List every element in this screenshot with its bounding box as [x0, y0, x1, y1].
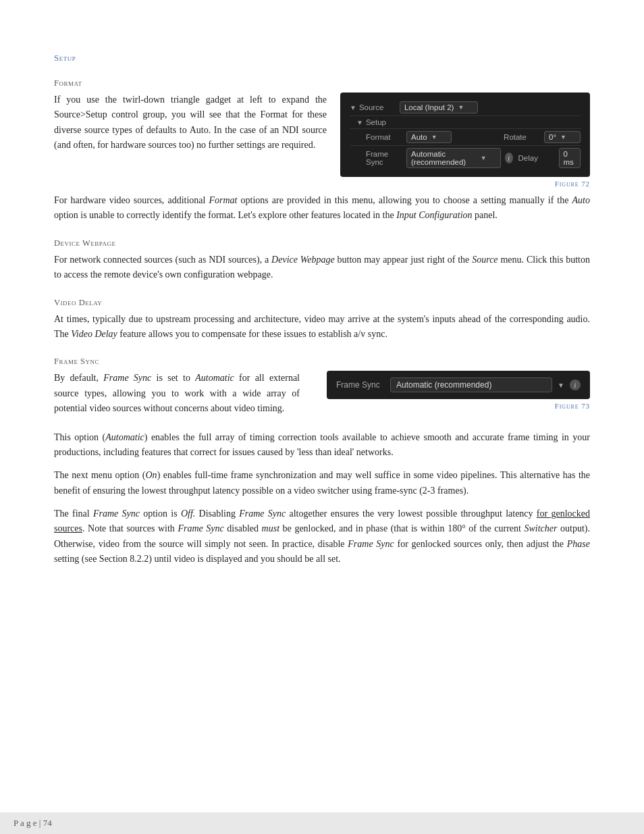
- fs-p4-prefix: The final: [54, 509, 93, 519]
- fs-p4-italic5: must: [262, 523, 279, 533]
- fig72-framesync-value: Automatic (recommended): [411, 150, 477, 166]
- fig72-source-label: Source: [359, 103, 400, 111]
- format-text-col: If you use the twirl-down triangle gadge…: [54, 93, 327, 161]
- fig72-format-row: Format Auto ▼ Rotate 0° ▼: [350, 129, 581, 146]
- fig73-framesync-value: Automatic (recommended): [396, 380, 491, 390]
- fig72-setup-label: Setup: [366, 118, 406, 126]
- fig72-rotate-select[interactable]: 0° ▼: [544, 131, 581, 143]
- page-footer: P a g e | 74: [0, 812, 644, 834]
- fs-p4-italic1: Frame Sync: [93, 509, 140, 519]
- fs-p4-middle6: be genlocked, and in phase (that is with…: [279, 523, 524, 533]
- format-p1: If you use the twirl-down triangle gadge…: [54, 93, 327, 153]
- fig72-framesync-row: Frame Sync Automatic (recommended) ▼ i D…: [350, 146, 581, 170]
- fig73-framesync-select[interactable]: Automatic (recommended): [390, 377, 552, 392]
- source-italic: Source: [472, 255, 498, 265]
- dw-italic: Device Webpage: [271, 255, 335, 265]
- format-p2-end: panel.: [473, 210, 498, 220]
- fig72-framesync-select[interactable]: Automatic (recommended) ▼: [406, 148, 501, 168]
- fs-p2-prefix: This option (: [54, 432, 105, 442]
- device-webpage-p1: For network connected sources (such as N…: [54, 253, 590, 283]
- input-config-italic: Input Configuration: [396, 210, 472, 220]
- fs-p4-middle8: for genlocked sources only, then adjust …: [394, 539, 567, 549]
- fig72-delay-value: 0 ms: [564, 150, 576, 166]
- fig73-arrow-icon: ▼: [558, 382, 564, 389]
- page-number: P a g e | 74: [14, 818, 52, 828]
- fig72-format-value: Auto: [411, 133, 427, 141]
- fs-p1-italic1: Frame Sync: [103, 373, 151, 383]
- fs-p4-suffix: setting (see Section 8.2.2) until video …: [54, 554, 341, 564]
- figure72-box: ▼ Source Local (Input 2) ▼ ▼ Setup: [340, 93, 590, 177]
- fig72-delay-label: Delay: [518, 154, 559, 162]
- video-delay-p1: At times, typically due to upstream proc…: [54, 312, 590, 342]
- fig72-format-arrow-icon: ▼: [431, 134, 437, 140]
- fig73-info-icon[interactable]: i: [570, 380, 581, 390]
- page-content: Setup Format If you use the twirl-down t…: [0, 0, 644, 602]
- format-italic: Format: [209, 195, 237, 205]
- fs-p4-italic4: Frame Sync: [178, 523, 223, 533]
- video-delay-heading: Video Delay: [54, 298, 590, 308]
- fs-p1-prefix: By default,: [54, 373, 103, 383]
- dw-p1-prefix: For network connected sources (such as N…: [54, 255, 271, 265]
- fs-p4-middle3: altogether ensures the very lowest possi…: [286, 509, 537, 519]
- format-p2-middle: options are provided in this menu, allow…: [237, 195, 572, 205]
- fig72-framesync-arrow-icon: ▼: [481, 155, 487, 161]
- fs-p1-italic2: Automatic: [195, 373, 234, 383]
- fs-p1-middle: is set to: [151, 373, 195, 383]
- setup-heading: Setup: [54, 53, 590, 63]
- frame-sync-p1: By default, Frame Sync is set to Automat…: [54, 371, 300, 416]
- frame-sync-p3: The next menu option (On) enables full-t…: [54, 468, 590, 498]
- fig72-rotate-label: Rotate: [504, 133, 544, 141]
- fs-p4-middle1: option is: [140, 509, 181, 519]
- fig72-format-label: Format: [366, 133, 406, 141]
- device-webpage-heading: Device Webpage: [54, 238, 590, 249]
- format-p2-prefix: For hardware video sources, additional: [54, 195, 209, 205]
- format-p2-suffix: option is unable to correctly identify t…: [54, 210, 396, 220]
- fs-p4-middle4: . Note that sources with: [82, 523, 178, 533]
- fig72-source-select[interactable]: Local (Input 2) ▼: [400, 101, 478, 113]
- fig72-rotate-arrow-icon: ▼: [560, 134, 566, 140]
- fig72-format-select[interactable]: Auto ▼: [406, 131, 452, 143]
- fig72-framesync-info-icon[interactable]: i: [505, 153, 513, 163]
- fs-p3-prefix: The next menu option (: [54, 470, 146, 480]
- fig72-setup-row: ▼ Setup: [350, 116, 581, 129]
- fs-p4-italic7: Frame Sync: [348, 539, 394, 549]
- setup-triangle-icon: ▼: [356, 119, 363, 126]
- fs-p4-italic3: Frame Sync: [239, 509, 286, 519]
- fs-p4-italic2: Off.: [181, 509, 195, 519]
- fig72-delay-field: 0 ms: [559, 148, 581, 168]
- fig72-framesync-label: Frame Sync: [366, 150, 406, 166]
- fs-p4-italic8: Phase: [567, 539, 590, 549]
- fs-p3-italic: On: [146, 470, 157, 480]
- frame-sync-heading: Frame Sync: [54, 357, 590, 367]
- fig72-source-arrow-icon: ▼: [458, 104, 464, 111]
- figure73-box: Frame Sync Automatic (recommended) ▼ i: [327, 371, 590, 399]
- vd-p1-suffix: feature allows you to compensate for the…: [117, 329, 387, 339]
- source-triangle-icon: ▼: [350, 104, 356, 111]
- format-p2: For hardware video sources, additional F…: [54, 193, 590, 224]
- frame-sync-section: By default, Frame Sync is set to Automat…: [54, 371, 590, 424]
- format-heading: Format: [54, 78, 590, 88]
- frame-sync-text-col: By default, Frame Sync is set to Automat…: [54, 371, 300, 424]
- fig73-framesync-label: Frame Sync: [336, 380, 390, 390]
- figure73-col: Frame Sync Automatic (recommended) ▼ i F…: [313, 371, 590, 410]
- figure72-label: Figure 72: [555, 180, 590, 188]
- dw-p1-middle: button may appear just right of the: [335, 255, 473, 265]
- auto-italic: Auto: [572, 195, 590, 205]
- fs-p4-middle5: disabled: [224, 523, 262, 533]
- fig72-source-row: ▼ Source Local (Input 2) ▼: [350, 99, 581, 116]
- fs-p2-italic: Automatic: [105, 432, 144, 442]
- vd-italic: Video Delay: [71, 329, 117, 339]
- format-section: If you use the twirl-down triangle gadge…: [54, 93, 590, 188]
- frame-sync-p2: This option (Automatic) enables the full…: [54, 430, 590, 461]
- figure72-col: ▼ Source Local (Input 2) ▼ ▼ Setup: [340, 93, 590, 188]
- fig72-source-value: Local (Input 2): [404, 103, 454, 111]
- fs-p4-italic6: Switcher: [524, 523, 557, 533]
- fig72-rotate-value: 0°: [549, 133, 556, 141]
- figure73-label: Figure 73: [555, 402, 590, 410]
- frame-sync-p4: The final Frame Sync option is Off. Disa…: [54, 506, 590, 567]
- fs-p4-middle2: Disabling: [195, 509, 239, 519]
